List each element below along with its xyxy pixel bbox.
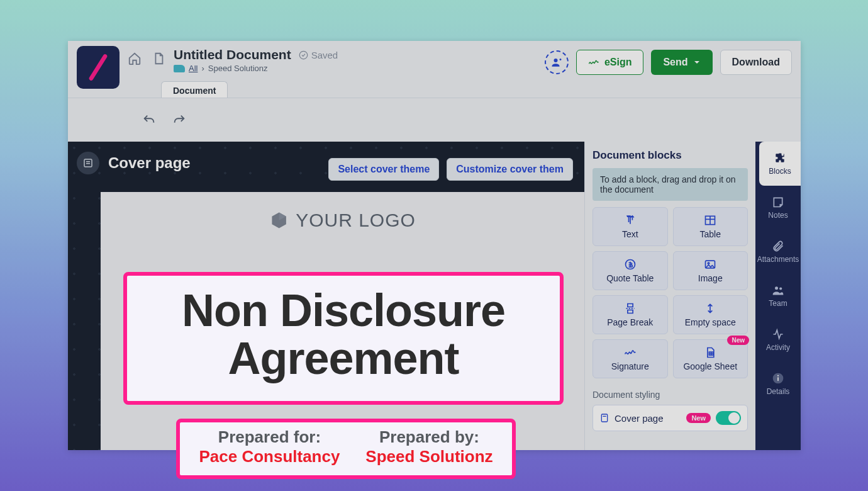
cover-section-icon (77, 152, 99, 174)
cover-page-icon (599, 413, 609, 423)
block-page-break[interactable]: Page Break (593, 295, 668, 334)
cover-buttons: Select cover theme Customize cover them (328, 158, 573, 181)
prepared-by-value[interactable]: Speed Solutionz (365, 447, 492, 466)
blocks-hint: To add a block, drag and drop it on the … (593, 168, 748, 201)
esign-button[interactable]: eSign (576, 50, 644, 75)
download-button[interactable]: Download (720, 50, 792, 75)
activity-icon (772, 328, 784, 341)
puzzle-icon (774, 152, 786, 164)
cover-header: Cover page (77, 152, 191, 174)
logo-placeholder-icon (269, 211, 288, 230)
document-title[interactable]: Untitled Document (174, 47, 291, 62)
header-actions: eSign Send Download (545, 50, 792, 75)
svg-point-1 (299, 51, 308, 59)
esign-label: eSign (604, 57, 632, 68)
highlight-prepared: Prepared for: Pace Consultancy Prepared … (176, 419, 516, 479)
blocks-panel: Document blocks To add a block, drag and… (584, 142, 755, 450)
svg-point-17 (775, 286, 778, 290)
download-label: Download (732, 57, 780, 68)
tab-document[interactable]: Document (161, 81, 228, 99)
info-icon (772, 372, 784, 385)
cover-page-toggle-row: Cover page New (593, 405, 748, 431)
document-icon[interactable] (150, 50, 167, 67)
client-icon (174, 65, 185, 72)
right-rail: Blocks Notes Attachments Team Activity D… (755, 142, 801, 450)
svg-point-18 (779, 287, 782, 290)
select-cover-theme-button[interactable]: Select cover theme (328, 158, 439, 181)
svg-point-11 (708, 262, 710, 264)
rail-notes[interactable]: Notes (755, 186, 801, 230)
block-text[interactable]: Text (593, 207, 668, 246)
paperclip-icon (772, 240, 784, 252)
rail-details[interactable]: Details (755, 362, 801, 406)
logo-placeholder[interactable]: YOUR LOGO (269, 210, 416, 231)
undo-button[interactable] (142, 113, 156, 127)
prepared-by-label: Prepared by: (365, 427, 492, 447)
saved-label: Saved (311, 50, 338, 60)
doc-main-title[interactable]: Non Disclosure Agreement (136, 287, 551, 382)
rail-activity[interactable]: Activity (755, 318, 801, 362)
breadcrumb-client[interactable]: Speed Solutionz (208, 64, 268, 73)
note-icon (772, 196, 784, 208)
send-button[interactable]: Send (651, 50, 712, 75)
new-badge: New (727, 336, 749, 345)
styling-label: Document styling (593, 390, 748, 400)
block-table[interactable]: Table (673, 207, 748, 246)
svg-point-2 (554, 59, 557, 62)
prepared-for-value[interactable]: Pace Consultancy (199, 447, 340, 466)
rail-team[interactable]: Team (755, 274, 801, 318)
block-signature[interactable]: Signature (593, 339, 668, 378)
block-image[interactable]: Image (673, 251, 748, 290)
redo-button[interactable] (172, 113, 186, 127)
breadcrumb: All › Speed Solutionz (174, 64, 338, 73)
document-styling: Document styling Cover page New (593, 390, 748, 431)
block-google-sheet[interactable]: New Google Sheet (673, 339, 748, 378)
send-label: Send (663, 57, 687, 68)
customize-cover-theme-button[interactable]: Customize cover them (447, 158, 573, 181)
block-empty-space[interactable]: Empty space (673, 295, 748, 334)
highlight-main-title: Non Disclosure Agreement (123, 272, 564, 405)
rail-blocks[interactable]: Blocks (759, 142, 801, 186)
new-pill: New (686, 413, 711, 423)
add-person-button[interactable] (545, 50, 569, 74)
svg-rect-15 (601, 414, 607, 422)
blocks-panel-title: Document blocks (593, 149, 748, 162)
sub-bar (68, 98, 801, 142)
logo-placeholder-text: YOUR LOGO (296, 210, 416, 231)
cover-section-title: Cover page (108, 154, 191, 172)
chevron-down-icon (693, 59, 701, 66)
title-wrap: Untitled Document Saved All › Speed Solu… (174, 47, 338, 73)
cover-page-label: Cover page (615, 413, 681, 424)
svg-point-21 (777, 375, 779, 376)
block-quote-table[interactable]: Quote Table (593, 251, 668, 290)
tab-row: Document (161, 81, 228, 99)
svg-line-0 (91, 56, 105, 78)
prepared-for-label: Prepared for: (199, 427, 340, 447)
blocks-grid: Text Table Quote Table Image Page Break … (593, 207, 748, 378)
cover-page-toggle[interactable] (716, 411, 741, 425)
app-logo (77, 46, 120, 89)
rail-attachments[interactable]: Attachments (755, 230, 801, 274)
home-icon[interactable] (126, 50, 143, 67)
breadcrumb-all[interactable]: All (189, 64, 198, 73)
svg-rect-20 (777, 377, 779, 381)
team-icon (772, 284, 784, 296)
saved-status: Saved (299, 50, 338, 60)
